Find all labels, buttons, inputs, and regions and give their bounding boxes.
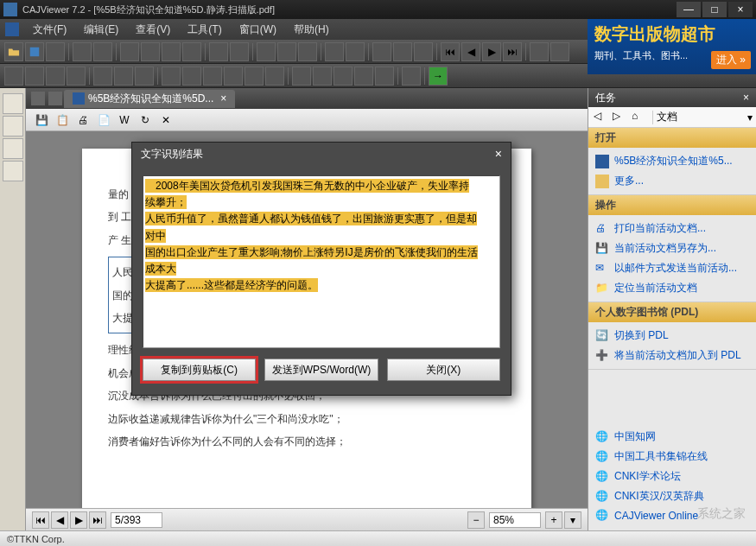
pointer-tool-icon[interactable] [25, 67, 44, 86]
doc-export-icon[interactable]: 📄 [95, 111, 112, 129]
rotate-right-icon[interactable] [230, 42, 249, 61]
print-icon[interactable] [73, 42, 92, 61]
stamp-icon[interactable] [313, 67, 332, 86]
actual-size-icon[interactable] [298, 42, 317, 61]
open-recent-item[interactable]: %5B经济知识全知道%5... [588, 151, 756, 171]
ellipse-icon[interactable] [265, 67, 284, 86]
layout1-icon[interactable] [120, 42, 139, 61]
next-page-icon[interactable]: ▶ [482, 42, 501, 61]
task-home-icon[interactable]: ⌂ [632, 110, 647, 125]
nav-prev-icon[interactable]: ◀ [51, 511, 68, 529]
menu-edit[interactable]: 编辑(E) [75, 22, 127, 37]
zoom-dropdown-icon[interactable]: ▾ [564, 511, 581, 529]
doc-save-icon[interactable]: 💾 [33, 111, 50, 129]
zoom-in-icon[interactable] [372, 42, 391, 61]
go-icon[interactable]: → [429, 67, 448, 86]
zoom-region-icon[interactable] [414, 42, 433, 61]
outline-tool[interactable] [3, 93, 23, 114]
page-input[interactable] [111, 512, 162, 528]
highlight-icon[interactable] [93, 67, 112, 86]
close-dialog-button[interactable]: 关闭(X) [387, 359, 500, 381]
ocr-textbox[interactable]: 2008年美国次贷危机引发我国珠三角无数的中小企业破产，失业率持 续攀升； 人民… [143, 175, 500, 348]
open-more-item[interactable]: 更多... [588, 171, 756, 191]
back-icon[interactable] [530, 42, 549, 61]
search-icon[interactable] [346, 42, 365, 61]
textbox-icon[interactable] [292, 67, 311, 86]
tab-next-icon[interactable] [48, 92, 62, 105]
print-item[interactable]: 🖨打印当前活动文档... [588, 219, 756, 238]
forward-icon[interactable] [550, 42, 569, 61]
nav-first-icon[interactable]: ⏮ [32, 511, 49, 529]
link-cnki[interactable]: 🌐中国知网 [588, 427, 756, 447]
note-icon[interactable] [162, 67, 181, 86]
doc-print-icon[interactable]: 🖨 [74, 111, 92, 129]
attach-icon[interactable] [375, 67, 394, 86]
thumbnail-tool[interactable] [3, 161, 23, 181]
zoom-out-btn[interactable]: − [467, 511, 485, 529]
menu-window[interactable]: 窗口(W) [231, 22, 285, 37]
prev-page-icon[interactable]: ◀ [461, 42, 480, 61]
doc-word-icon[interactable]: W [116, 111, 133, 129]
rect-icon[interactable] [245, 67, 264, 86]
doc-copy-icon[interactable]: 📋 [54, 111, 71, 129]
ocr-icon[interactable] [325, 42, 344, 61]
curve-icon[interactable] [224, 67, 243, 86]
doc-refresh-icon[interactable]: ↻ [137, 111, 154, 129]
ad-banner[interactable]: 数字出版物超市 期刊、工具书、图书... 进入 » [588, 19, 756, 74]
maximize-button[interactable]: □ [702, 2, 727, 17]
image-icon[interactable] [334, 67, 353, 86]
last-page-icon[interactable]: ⏭ [503, 42, 522, 61]
mail-item[interactable]: ✉以邮件方式发送当前活动... [588, 258, 756, 278]
link-forum[interactable]: 🌐CNKI学术论坛 [588, 467, 756, 486]
dialog-close-icon[interactable]: × [495, 143, 502, 165]
zoom-in-btn[interactable]: + [545, 511, 562, 529]
banner-go-button[interactable]: 进入 » [711, 51, 751, 69]
menu-view[interactable]: 查看(V) [127, 22, 179, 37]
task-fwd-icon[interactable]: ▷ [613, 110, 628, 125]
minimize-button[interactable]: — [677, 2, 701, 17]
copy-clipboard-button[interactable]: 复制到剪贴板(C) [143, 359, 256, 381]
line-icon[interactable] [203, 67, 222, 86]
tab-prev-icon[interactable] [31, 92, 45, 105]
text-select-icon[interactable] [46, 67, 65, 86]
task-panel-close-icon[interactable]: × [743, 88, 749, 107]
switch-pdl-item[interactable]: 🔄切换到 PDL [588, 326, 756, 346]
snapshot-icon[interactable] [67, 67, 86, 86]
send-word-button[interactable]: 发送到WPS/Word(W) [264, 359, 378, 381]
strike-icon[interactable] [135, 67, 154, 86]
dialog-titlebar[interactable]: 文字识别结果 × [132, 143, 511, 165]
nav-last-icon[interactable]: ⏭ [89, 511, 106, 529]
save-icon[interactable] [25, 42, 44, 61]
layout4-icon[interactable] [182, 42, 201, 61]
menu-file[interactable]: 文件(F) [24, 22, 75, 37]
tab-close-icon[interactable]: × [220, 92, 226, 105]
locate-item[interactable]: 📁定位当前活动文档 [588, 278, 756, 298]
rotate-left-icon[interactable] [209, 42, 228, 61]
mail-icon[interactable] [93, 42, 112, 61]
hand-tool-icon[interactable] [4, 67, 23, 86]
close-button[interactable]: × [728, 2, 753, 17]
doc-delete-icon[interactable]: ✕ [157, 111, 175, 129]
saveas-icon[interactable] [46, 42, 65, 61]
first-page-icon[interactable]: ⏮ [441, 42, 460, 61]
open-icon[interactable] [4, 42, 23, 61]
underline-icon[interactable] [114, 67, 133, 86]
bookmark-tool[interactable] [3, 116, 23, 136]
dict-icon[interactable] [402, 67, 421, 86]
zoom-input[interactable] [489, 512, 541, 528]
task-back-icon[interactable]: ◁ [594, 110, 609, 125]
nav-next-icon[interactable]: ▶ [70, 511, 87, 529]
task-dropdown-icon[interactable]: ▾ [747, 111, 753, 124]
menu-tools[interactable]: 工具(T) [179, 22, 230, 37]
pencil-icon[interactable] [182, 67, 201, 86]
audio-icon[interactable] [354, 67, 373, 86]
annotation-tool[interactable] [3, 138, 23, 159]
menu-help[interactable]: 帮助(H) [285, 22, 338, 37]
zoom-out-icon[interactable] [393, 42, 412, 61]
fit-width-icon[interactable] [257, 42, 276, 61]
link-dict[interactable]: 🌐CNKI英汉/汉英辞典 [588, 486, 756, 506]
fit-page-icon[interactable] [277, 42, 296, 61]
layout3-icon[interactable] [162, 42, 181, 61]
link-tools[interactable]: 🌐中国工具书集锦在线 [588, 447, 756, 467]
add-pdl-item[interactable]: ➕将当前活动文档加入到 PDL [588, 346, 756, 365]
